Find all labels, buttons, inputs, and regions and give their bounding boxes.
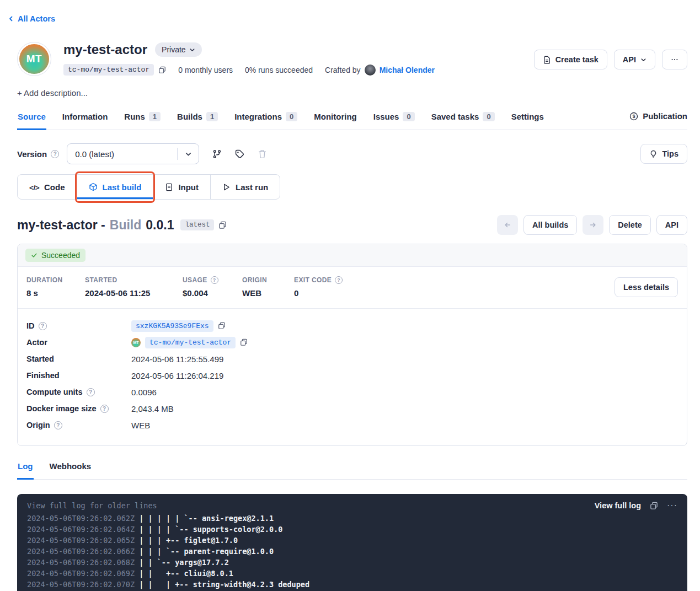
help-icon[interactable] [39,322,47,330]
svg-text:$: $ [633,114,635,119]
view-full-log-link[interactable]: View full log [595,501,641,510]
create-task-button[interactable]: Create task [534,50,607,69]
actor-mini-avatar: MT [131,338,141,347]
build-number: 0.0.1 [146,218,174,233]
stat-started: STARTED 2024-05-06 11:25 [85,276,175,298]
prev-build-button[interactable] [497,215,518,235]
stat-origin: ORIGIN WEB [242,276,286,298]
stat-exit-code: EXIT CODE 0 [294,276,343,298]
build-api-button[interactable]: API [656,215,687,235]
actor-header: MT my-test-actor Private tc-mo/my-test-a… [17,42,687,76]
page-title: my-test-actor [63,42,147,57]
log-line: 2024-05-06T09:26:02.068Z | | `-- yargs@1… [27,558,677,569]
version-select-value: 0.0 (latest) [67,149,177,159]
more-actions-button[interactable] [662,50,687,69]
copy-icon[interactable] [650,502,658,510]
stat-duration: DURATION 8 s [26,276,77,298]
log-more-icon[interactable]: ··· [667,501,677,511]
tab-webhooks[interactable]: Webhooks [49,459,92,480]
tag-icon[interactable] [235,149,244,159]
all-builds-button[interactable]: All builds [523,215,577,235]
tab-source[interactable]: Source [17,110,46,130]
tab-runs[interactable]: Runs 1 [124,110,161,130]
copy-icon[interactable] [240,339,248,346]
log-line: 2024-05-06T09:26:02.066Z | | | `-- paren… [27,547,677,558]
main-tab-bar: Source Information Runs 1 Builds 1 Integ… [17,110,687,130]
chevron-left-icon [8,15,14,22]
issues-count-badge: 0 [403,112,414,121]
api-dropdown-button[interactable]: API [614,50,655,69]
visibility-dropdown[interactable]: Private [155,42,202,57]
detail-row-compute-units: Compute units 0.0096 [26,384,678,400]
next-build-button[interactable] [583,215,603,235]
version-label: Version [17,149,47,159]
publication-link[interactable]: $ Publication [629,111,687,128]
build-stats: DURATION 8 s STARTED 2024-05-06 11:25 US… [18,267,687,308]
detail-row-docker-image-size: Docker image size 2,043.4 MB [26,400,678,417]
view-older-lines-link[interactable]: View full log for older lines [27,501,157,510]
detail-row-finished: Finished 2024-05-06 11:26:04.219 [26,367,678,384]
log-lines: 2024-05-06T09:26:02.062Z | | | | | `-- a… [27,514,677,591]
help-icon[interactable] [335,276,343,284]
copy-icon[interactable] [158,66,166,74]
author-link[interactable]: Michał Olender [380,66,435,74]
version-bar: Version 0.0 (latest) Tips [17,143,687,164]
monthly-users: 0 monthly users [178,66,233,74]
help-icon[interactable] [211,276,218,284]
build-word: Build [110,218,142,233]
help-icon[interactable] [87,388,95,396]
breadcrumb[interactable]: All Actors [8,14,55,23]
build-panel: Succeeded DURATION 8 s STARTED 2024-05-0… [17,244,687,446]
tab-input[interactable]: Input [153,175,210,199]
help-icon[interactable] [100,405,109,413]
copy-icon[interactable] [218,322,226,330]
status-badge: Succeeded [25,249,86,262]
help-icon[interactable] [51,150,59,158]
tab-settings[interactable]: Settings [511,110,544,130]
tips-button[interactable]: Tips [640,144,687,164]
view-tab-bar: Code Last build Input Last run [17,174,280,200]
help-icon[interactable] [54,421,62,429]
code-icon [29,182,39,192]
latest-badge: latest [180,219,214,230]
git-branch-icon[interactable] [212,149,222,159]
log-line: 2024-05-06T09:26:02.062Z | | | | | `-- a… [27,514,677,525]
delete-button[interactable]: Delete [609,215,651,235]
build-actor-name: my-test-actor - [17,218,105,233]
runs-count-badge: 1 [149,112,161,121]
tab-code[interactable]: Code [18,175,77,199]
version-select[interactable]: 0.0 (latest) [67,143,199,164]
builds-count-badge: 1 [206,112,218,121]
tab-builds[interactable]: Builds 1 [177,110,218,130]
chevron-down-icon [189,47,195,53]
tab-saved-tasks[interactable]: Saved tasks 0 [431,110,495,130]
actor-name-badge[interactable]: tc-mo/my-test-actor [63,64,154,76]
tab-monitoring[interactable]: Monitoring [313,110,357,130]
tab-last-run[interactable]: Last run [210,175,280,199]
saved-tasks-count-badge: 0 [483,112,494,121]
breadcrumb-label: All Actors [18,14,55,23]
tab-information[interactable]: Information [62,110,109,130]
log-line: 2024-05-06T09:26:02.069Z | | +-- cliui@8… [27,569,677,580]
log-line: 2024-05-06T09:26:02.070Z | | | +-- strin… [27,580,677,591]
detail-row-actor: Actor MT tc-mo/my-test-actor [26,334,678,351]
chevron-down-icon [178,151,199,158]
integrations-count-badge: 0 [286,112,297,121]
document-icon [543,56,551,64]
check-icon [31,252,38,259]
play-icon [222,183,231,191]
build-header: my-test-actor - Build 0.0.1 latest All b… [17,215,687,235]
tab-integrations[interactable]: Integrations 0 [234,110,298,130]
actor-avatar: MT [17,42,51,76]
actor-link-badge[interactable]: tc-mo/my-test-actor [145,337,236,348]
tab-last-build[interactable]: Last build [77,175,153,199]
detail-row-id: ID sxzKGK5A93Se9FExs [26,318,678,334]
add-description-link[interactable]: + Add description... [17,88,88,98]
tab-issues[interactable]: Issues 0 [373,110,415,130]
build-id-badge[interactable]: sxzKGK5A93Se9FExs [131,320,213,332]
less-details-button[interactable]: Less details [614,277,678,297]
copy-icon[interactable] [218,221,227,229]
tab-log[interactable]: Log [17,459,34,480]
trash-icon [258,149,267,159]
crafted-by-label: Crafted by [325,66,361,74]
